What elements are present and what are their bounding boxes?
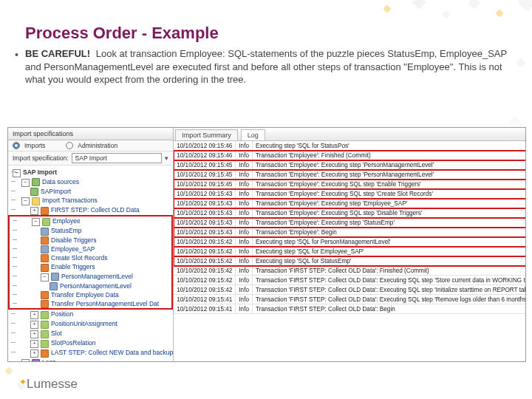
tree-position[interactable]: +Position <box>8 310 173 319</box>
radio-imports-label: Imports <box>24 142 45 149</box>
log-cell-level: Info <box>236 180 253 189</box>
spec-row: Import specification: SAP Import ▾ <box>8 151 173 166</box>
right-tabs: Import Summary Log <box>174 128 526 141</box>
mode-row: Imports Administration <box>8 140 173 151</box>
puzzle-icon <box>51 273 59 281</box>
log-row[interactable]: 10/10/2012 09:15:42InfoExecuting step 'S… <box>174 256 526 266</box>
tab-import-summary[interactable]: Import Summary <box>175 129 238 140</box>
tree-enable-triggers[interactable]: Enable Triggers <box>10 262 171 271</box>
log-cell-level: Info <box>236 276 253 285</box>
log-cell-message: Transaction 'Employee': Executing step '… <box>253 170 527 180</box>
tree-spr[interactable]: +SlotPosRelation <box>8 338 173 348</box>
log-cell-time: 10/10/2012 09:15:42 <box>174 247 236 256</box>
log-cell-message: Transaction 'FIRST STEP: Collect OLD Dat… <box>253 276 527 285</box>
tree-employee-highlight: −Employee StatusEmp Disable Triggers Emp… <box>8 215 173 310</box>
log-cell-level: Info <box>236 208 253 218</box>
tree-create-slot-records[interactable]: Create Slot Records <box>10 253 171 262</box>
log-cell-level: Info <box>236 285 253 295</box>
tree-ds-sapimport[interactable]: SAPImport <box>8 187 173 196</box>
slide-title: Process Order - Example <box>25 24 219 43</box>
log-row[interactable]: 10/10/2012 09:15:45InfoTransaction 'Empl… <box>174 160 526 170</box>
log-cell-message: Transaction 'FIRST STEP: Collect OLD Dat… <box>253 266 527 276</box>
log-row[interactable]: 10/10/2012 09:15:41InfoTransaction 'FIRS… <box>174 304 526 314</box>
log-cell-level: Info <box>236 304 253 314</box>
tree-employee-sap[interactable]: Employee_SAP <box>10 245 171 253</box>
transaction-icon <box>41 311 49 319</box>
import-tree[interactable]: −SAP Import −Data sources SAPImport −Imp… <box>8 166 173 361</box>
log-table: 10/10/2012 09:15:46InfoExecuting step 'S… <box>174 141 526 314</box>
log-row[interactable]: 10/10/2012 09:15:42InfoExecuting step 'S… <box>174 247 526 256</box>
log-row[interactable]: 10/10/2012 09:15:42InfoTransaction 'FIRS… <box>174 285 526 295</box>
log-row[interactable]: 10/10/2012 09:15:42InfoTransaction 'FIRS… <box>174 266 526 276</box>
log-cell-level: Info <box>236 266 253 276</box>
log-cell-message: Transaction 'Employee': Finished (Commit… <box>253 151 527 160</box>
database-icon <box>30 188 38 196</box>
right-pane: Import Summary Log 10/10/2012 09:15:46In… <box>174 128 526 361</box>
log-cell-level: Info <box>236 189 253 199</box>
log-cell-time: 10/10/2012 09:15:42 <box>174 266 236 276</box>
log-row[interactable]: 10/10/2012 09:15:41InfoTransaction 'FIRS… <box>174 295 526 304</box>
radio-admin-label: Administration <box>78 142 117 149</box>
log-cell-time: 10/10/2012 09:15:42 <box>174 256 236 266</box>
log-row[interactable]: 10/10/2012 09:15:45InfoTransaction 'Empl… <box>174 180 526 189</box>
tree-statusemp[interactable]: StatusEmp <box>10 226 171 235</box>
tree-pml-child[interactable]: PersonManagementLevel <box>10 282 171 290</box>
log-row[interactable]: 10/10/2012 09:15:43InfoTransaction 'Empl… <box>174 208 526 218</box>
log-cell-time: 10/10/2012 09:15:45 <box>174 170 236 180</box>
tree-logs[interactable]: −Logs <box>8 358 173 361</box>
log-cell-message: Transaction 'Employee': Executing step '… <box>253 160 527 170</box>
log-row[interactable]: 10/10/2012 09:15:43InfoTransaction 'Empl… <box>174 218 526 228</box>
spec-dropdown[interactable]: SAP Import <box>72 153 163 163</box>
log-cell-time: 10/10/2012 09:15:45 <box>174 160 236 170</box>
tree-transfer-pml[interactable]: Transfer PersonManagementLevel Dat <box>10 299 171 308</box>
log-row[interactable]: 10/10/2012 09:15:42InfoExecuting step 'S… <box>174 237 526 247</box>
brand-logo: ✦Lumesse <box>19 377 78 392</box>
log-cell-level: Info <box>236 228 253 237</box>
sql-icon <box>41 236 49 245</box>
radio-admin[interactable] <box>66 142 73 149</box>
log-row[interactable]: 10/10/2012 09:15:45InfoTransaction 'Empl… <box>174 170 526 180</box>
log-cell-level: Info <box>236 256 253 266</box>
transaction-icon <box>41 321 49 329</box>
tree-root[interactable]: −SAP Import <box>8 168 173 177</box>
log-cell-message: Transaction 'FIRST STEP: Collect OLD Dat… <box>253 295 527 304</box>
log-row[interactable]: 10/10/2012 09:15:46InfoTransaction 'Empl… <box>174 151 526 160</box>
left-header: Import specifications <box>8 128 173 140</box>
log-row[interactable]: 10/10/2012 09:15:43InfoTransaction 'Empl… <box>174 189 526 199</box>
tree-pua[interactable]: +PositionUnitAssignment <box>8 319 173 329</box>
left-pane: Import specifications Imports Administra… <box>8 128 174 361</box>
spark-icon: ✦ <box>19 377 27 387</box>
sql-icon <box>41 254 49 262</box>
log-cell-level: Info <box>236 218 253 228</box>
log-row[interactable]: 10/10/2012 09:15:42InfoTransaction 'FIRS… <box>174 276 526 285</box>
tab-log[interactable]: Log <box>241 129 265 140</box>
log-cell-time: 10/10/2012 09:15:43 <box>174 228 236 237</box>
tree-first-step[interactable]: +FIRST STEP: Collect OLD Data <box>8 205 173 215</box>
puzzle-icon <box>50 282 58 290</box>
log-cell-message: Executing step 'SQL for StatusEmp' <box>253 256 527 266</box>
tree-employee[interactable]: −Employee <box>10 216 171 226</box>
log-cell-time: 10/10/2012 09:15:42 <box>174 237 236 247</box>
spec-label: Import specification: <box>13 154 69 162</box>
radio-imports[interactable] <box>13 142 20 149</box>
tree-transfer-emp[interactable]: Transfer Employee Data <box>10 290 171 299</box>
tree-datasources[interactable]: −Data sources <box>8 177 173 187</box>
log-cell-message: Executing step 'SQL for Employee_SAP' <box>253 247 527 256</box>
log-cell-time: 10/10/2012 09:15:43 <box>174 208 236 218</box>
log-cell-level: Info <box>236 247 253 256</box>
log-row[interactable]: 10/10/2012 09:15:46InfoExecuting step 'S… <box>174 141 526 151</box>
log-cell-message: Transaction 'Employee': Executing step '… <box>253 218 527 228</box>
log-grid[interactable]: 10/10/2012 09:15:46InfoExecuting step 'S… <box>174 141 526 361</box>
log-row[interactable]: 10/10/2012 09:15:43InfoTransaction 'Empl… <box>174 199 526 208</box>
tree-disable-triggers[interactable]: Disable Triggers <box>10 236 171 245</box>
log-cell-time: 10/10/2012 09:15:41 <box>174 295 236 304</box>
dropdown-arrow-icon[interactable]: ▾ <box>165 154 168 162</box>
tree-slot[interactable]: +Slot <box>8 329 173 338</box>
tree-last-step[interactable]: +LAST STEP: Collect NEW Data and backup <box>8 348 173 358</box>
log-cell-message: Executing step 'SQL for StatusPos' <box>253 141 527 151</box>
tree-transactions[interactable]: −Import Transactions <box>8 196 173 205</box>
tree-pml[interactable]: −PersonManagementLevel <box>10 272 171 282</box>
log-row[interactable]: 10/10/2012 09:15:43InfoTransaction 'Empl… <box>174 228 526 237</box>
folder-icon <box>32 197 40 205</box>
slide-body: BE CAREFUL! Look at transaction Employee… <box>25 47 510 86</box>
